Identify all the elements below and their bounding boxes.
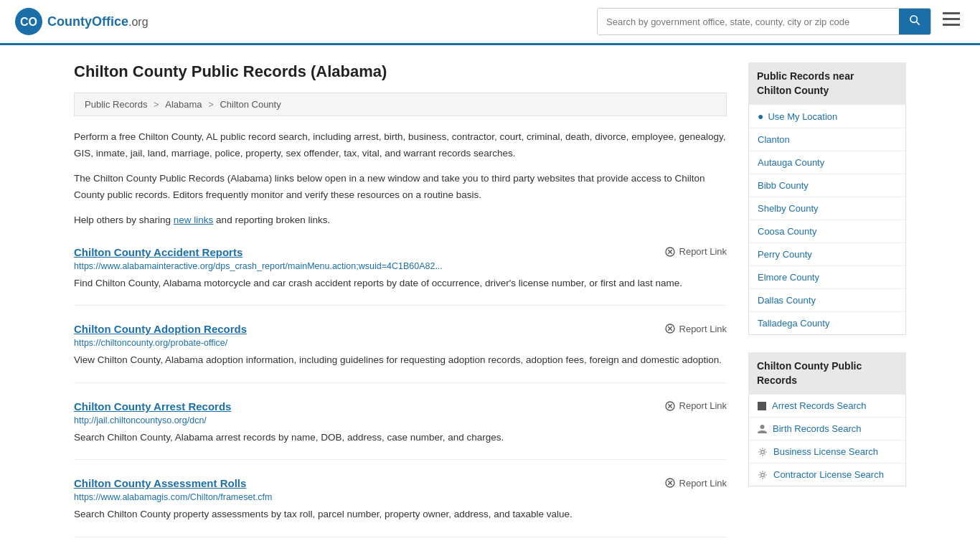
description-3-post: and reporting broken links.: [213, 215, 330, 225]
sidebar: Public Records nearChilton County ●Use M…: [748, 62, 906, 537]
record-url: https://chiltoncounty.org/probate-office…: [74, 338, 727, 348]
description-3: Help others by sharing new links and rep…: [74, 212, 727, 229]
report-link-btn[interactable]: Report Link: [664, 246, 727, 258]
record-title[interactable]: Chilton County Arrest Records: [74, 400, 231, 413]
content-area: Chilton County Public Records (Alabama) …: [74, 62, 727, 537]
new-links-link[interactable]: new links: [174, 215, 214, 225]
description-1: Perform a free Chilton County, AL public…: [74, 129, 727, 162]
sidebar-use-location[interactable]: ●Use My Location: [749, 105, 905, 128]
sidebar-record-link-item[interactable]: Business License Search: [749, 441, 905, 463]
search-box: [597, 8, 931, 35]
sidebar-record-link[interactable]: Business License Search: [773, 446, 878, 457]
sidebar-record-link-item[interactable]: Contractor License Search: [749, 463, 905, 486]
sidebar-nearby-item[interactable]: Coosa County: [749, 220, 905, 243]
sidebar-nearby-item[interactable]: Elmore County: [749, 266, 905, 289]
description-2: The Chilton County Public Records (Alaba…: [74, 171, 727, 204]
sidebar-record-link-item[interactable]: Birth Records Search: [749, 418, 905, 441]
report-icon: [664, 400, 676, 412]
use-my-location-link[interactable]: Use My Location: [768, 111, 837, 122]
svg-text:CO: CO: [20, 16, 37, 28]
svg-rect-4: [943, 12, 960, 14]
square-icon: [758, 402, 766, 410]
menu-button[interactable]: [937, 9, 966, 34]
report-link-label: Report Link: [679, 324, 727, 334]
gear-icon: [758, 470, 768, 480]
page-title: Chilton County Public Records (Alabama): [74, 62, 727, 81]
sidebar-nearby-link[interactable]: Bibb County: [758, 180, 809, 191]
record-item: Chilton County Accident Reports Report L…: [74, 246, 727, 306]
person-icon: [758, 424, 767, 434]
sidebar-nearby-link[interactable]: Perry County: [758, 249, 812, 260]
search-area: [597, 8, 966, 35]
report-link-btn[interactable]: Report Link: [664, 477, 727, 489]
sidebar-nearby-item[interactable]: Shelby County: [749, 197, 905, 220]
record-header: Chilton County Adoption Records Report L…: [74, 323, 727, 335]
sidebar-nearby-link[interactable]: Autauga County: [758, 157, 824, 168]
sidebar-nearby-item[interactable]: Autauga County: [749, 151, 905, 174]
record-description: Search Chilton County, Alabama arrest re…: [74, 430, 727, 446]
sidebar-nearby-link[interactable]: Shelby County: [758, 203, 819, 214]
record-item: Chilton County Arrest Records Report Lin…: [74, 400, 727, 461]
sidebar-nearby-item[interactable]: Talladega County: [749, 312, 905, 334]
breadcrumb-chilton-county[interactable]: Chilton County: [220, 99, 281, 110]
sidebar-nearby-link[interactable]: Dallas County: [758, 295, 816, 306]
sidebar-nearby-link[interactable]: Coosa County: [758, 226, 816, 237]
sidebar-nearby-item[interactable]: Clanton: [749, 128, 905, 151]
sidebar-record-link[interactable]: Contractor License Search: [773, 469, 884, 480]
breadcrumb-sep-1: >: [154, 99, 161, 110]
sidebar-nearby-item[interactable]: Perry County: [749, 243, 905, 266]
record-title[interactable]: Chilton County Assessment Rolls: [74, 477, 246, 489]
gear-icon: [758, 447, 768, 457]
record-item: Chilton County Assessment Rolls Report L…: [74, 477, 727, 537]
search-input[interactable]: [598, 9, 899, 34]
record-description: View Chilton County, Alabama adoption in…: [74, 352, 727, 368]
report-icon: [664, 477, 676, 489]
logo-text: CountyOffice.org: [47, 14, 149, 29]
report-link-btn[interactable]: Report Link: [664, 323, 727, 334]
breadcrumb-public-records[interactable]: Public Records: [85, 99, 147, 110]
logo-icon: CO: [14, 7, 43, 36]
sidebar-nearby-heading: Public Records nearChilton County: [748, 62, 906, 105]
report-link-label: Report Link: [679, 400, 727, 411]
svg-rect-6: [943, 24, 960, 26]
sidebar-nearby-link[interactable]: Talladega County: [758, 318, 829, 329]
sidebar-record-link-item[interactable]: Arrest Records Search: [749, 395, 905, 418]
location-pin-icon: ●: [758, 110, 763, 122]
sidebar-record-link[interactable]: Arrest Records Search: [772, 400, 867, 411]
record-title[interactable]: Chilton County Accident Reports: [74, 246, 242, 258]
search-icon: [909, 14, 920, 26]
sidebar-nearby-item[interactable]: Bibb County: [749, 174, 905, 197]
hamburger-icon: [943, 12, 960, 27]
description-3-pre: Help others by sharing: [74, 215, 174, 225]
sidebar-nearby-link[interactable]: Clanton: [758, 134, 790, 145]
sidebar-nearby-list: ●Use My LocationClantonAutauga CountyBib…: [748, 105, 906, 335]
svg-rect-5: [943, 18, 960, 20]
sidebar-nearby-link[interactable]: Elmore County: [758, 272, 819, 283]
breadcrumb-alabama[interactable]: Alabama: [165, 99, 202, 110]
sidebar-nearby-item[interactable]: Dallas County: [749, 289, 905, 312]
sidebar-records-list: Arrest Records SearchBirth Records Searc…: [748, 395, 906, 486]
svg-point-2: [910, 16, 917, 22]
svg-point-19: [760, 425, 765, 429]
svg-point-20: [761, 451, 765, 454]
main-container: Chilton County Public Records (Alabama) …: [60, 45, 920, 551]
record-url: http://jail.chiltoncountyso.org/dcn/: [74, 415, 727, 425]
records-container: Chilton County Accident Reports Report L…: [74, 246, 727, 537]
logo-area: CO CountyOffice.org: [14, 7, 149, 36]
record-header: Chilton County Assessment Rolls Report L…: [74, 477, 727, 489]
record-url: https://www.alabamainteractive.org/dps_c…: [74, 261, 727, 271]
breadcrumb: Public Records > Alabama > Chilton Count…: [74, 93, 727, 116]
record-description: Search Chilton County property assessmen…: [74, 507, 727, 522]
record-title[interactable]: Chilton County Adoption Records: [74, 323, 247, 335]
sidebar-record-link[interactable]: Birth Records Search: [773, 423, 862, 434]
sidebar-records-section: Chilton County PublicRecords Arrest Reco…: [748, 352, 906, 486]
record-description: Find Chilton County, Alabama motorcycle …: [74, 276, 727, 291]
sidebar-nearby-section: Public Records nearChilton County ●Use M…: [748, 62, 906, 335]
site-header: CO CountyOffice.org: [0, 0, 980, 45]
svg-point-21: [761, 474, 765, 477]
record-item: Chilton County Adoption Records Report L…: [74, 323, 727, 383]
report-link-btn[interactable]: Report Link: [664, 400, 727, 412]
search-button[interactable]: [899, 9, 930, 34]
record-header: Chilton County Arrest Records Report Lin…: [74, 400, 727, 413]
report-link-label: Report Link: [679, 478, 727, 489]
